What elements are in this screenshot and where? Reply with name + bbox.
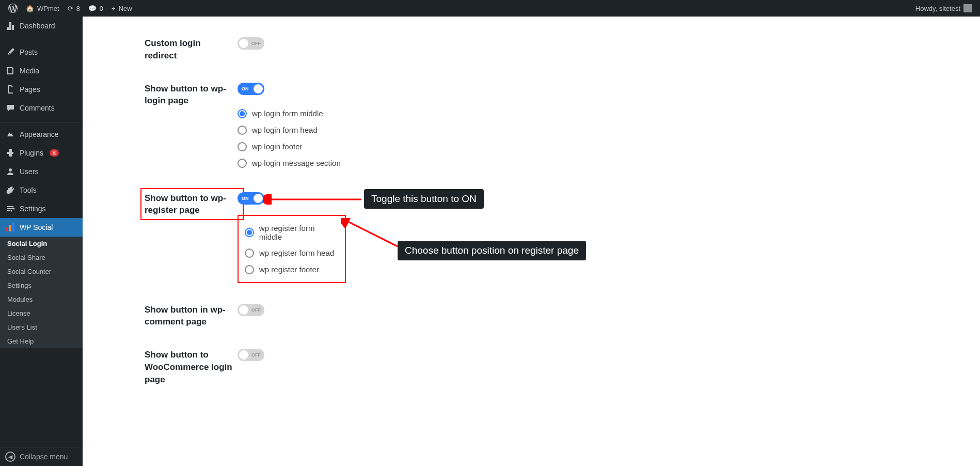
- howdy-text: Howdy, sitetest: [915, 5, 960, 12]
- update-icon: ⟳: [68, 5, 73, 12]
- plus-icon: +: [112, 5, 116, 12]
- comment-icon: 💬: [88, 5, 97, 12]
- admin-bar: 🏠 WPmet ⟳ 8 💬 0 + New Howdy, sitetest: [0, 0, 980, 17]
- admin-bar-right: Howdy, sitetest: [911, 0, 976, 17]
- new-label: New: [119, 5, 132, 12]
- wp-logo[interactable]: [4, 0, 22, 17]
- updates-link[interactable]: ⟳ 8: [64, 0, 84, 17]
- avatar-icon: [963, 4, 972, 12]
- update-count: 8: [76, 5, 80, 12]
- site-name: WPmet: [37, 5, 59, 12]
- wordpress-icon: [8, 4, 18, 13]
- admin-bar-left: 🏠 WPmet ⟳ 8 💬 0 + New: [4, 0, 136, 17]
- home-icon: 🏠: [26, 5, 34, 12]
- comments-link[interactable]: 💬 0: [84, 0, 107, 17]
- new-content-link[interactable]: + New: [107, 0, 136, 17]
- site-name-link[interactable]: 🏠 WPmet: [22, 0, 64, 17]
- comment-count: 0: [100, 5, 103, 12]
- howdy-link[interactable]: Howdy, sitetest: [911, 0, 976, 17]
